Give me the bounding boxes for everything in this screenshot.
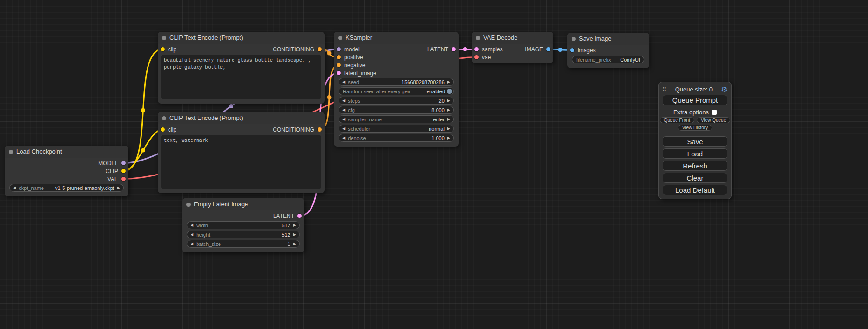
output-port-conditioning[interactable] [318,127,322,132]
widget-filename-prefix[interactable]: filename_prefix ComfyUI [572,56,644,63]
node-collapse-dot[interactable] [476,36,480,40]
widget-height[interactable]: ◀ height 512 ▶ [187,231,300,238]
increment-arrow-icon[interactable]: ▶ [293,224,296,227]
node-empty-latent-image[interactable]: Empty Latent Image LATENT ◀ width 512 ▶ … [182,198,304,252]
queue-menu-panel: ⠿ Queue size: 0 ⚙ Queue Prompt Extra opt… [658,82,732,199]
node-title-bar[interactable]: Save Image [567,33,649,45]
node-body: clip CONDITIONING text, watermark [158,124,325,193]
node-collapse-dot[interactable] [162,36,166,40]
node-collapse-dot[interactable] [338,36,342,40]
output-port-model[interactable] [121,161,126,165]
widget-label: Random seed after every gen [343,89,410,94]
output-slot-row: CLIP [5,167,128,175]
output-slot-row: VAE [5,175,128,183]
increment-arrow-icon[interactable]: ▶ [117,186,120,190]
load-default-button[interactable]: Load Default [663,185,727,195]
widget-seed[interactable]: ◀ seed 156680208700286 ▶ [339,78,454,86]
node-collapse-dot[interactable] [162,116,166,120]
output-port-image[interactable] [546,47,550,51]
node-ksampler[interactable]: KSampler model LATENT positive negative … [334,32,459,147]
input-port-samples[interactable] [474,47,479,51]
input-port-clip[interactable] [161,127,165,132]
node-title-bar[interactable]: CLIP Text Encode (Prompt) [158,32,325,44]
prompt-textarea[interactable]: text, watermark [161,135,321,189]
input-port-images[interactable] [570,48,574,52]
increment-arrow-icon[interactable]: ▶ [293,242,296,246]
clear-button[interactable]: Clear [663,173,727,183]
queue-front-button[interactable]: Queue Front [660,117,694,123]
queue-prompt-button[interactable]: Queue Prompt [663,95,727,105]
decrement-arrow-icon[interactable]: ◀ [342,99,345,103]
widget-steps[interactable]: ◀ steps 20 ▶ [339,97,454,105]
port-label: clip [168,126,176,133]
refresh-button[interactable]: Refresh [663,161,727,171]
extra-options-checkbox[interactable] [712,110,717,115]
input-port-negative[interactable] [337,63,341,67]
decrement-arrow-icon[interactable]: ◀ [342,118,345,121]
node-title-bar[interactable]: VAE Decode [472,32,553,44]
widget-label: seed [348,79,359,85]
node-load-checkpoint[interactable]: Load Checkpoint MODEL CLIP VAE ◀ ckpt_na… [5,146,128,196]
input-port-clip[interactable] [161,47,165,51]
output-port-latent[interactable] [452,47,456,51]
view-queue-button[interactable]: View Queue [697,117,730,123]
node-collapse-dot[interactable] [186,203,191,207]
widget-scheduler[interactable]: ◀ scheduler normal ▶ [339,125,454,133]
node-title-bar[interactable]: CLIP Text Encode (Prompt) [158,112,325,124]
widget-label: width [196,223,208,228]
increment-arrow-icon[interactable]: ▶ [447,99,450,103]
widget-sampler-name[interactable]: ◀ sampler_name euler ▶ [339,115,454,123]
decrement-arrow-icon[interactable]: ◀ [342,136,345,140]
decrement-arrow-icon[interactable]: ◀ [13,186,16,190]
prompt-textarea[interactable]: beautiful scenery nature glass bottle la… [161,55,321,99]
widget-batch-size[interactable]: ◀ batch_size 1 ▶ [187,240,300,248]
node-title-bar[interactable]: KSampler [334,32,459,44]
widget-value: 20 [360,98,444,104]
widget-width[interactable]: ◀ width 512 ▶ [187,221,300,229]
decrement-arrow-icon[interactable]: ◀ [342,80,345,84]
node-save-image[interactable]: Save Image images filename_prefix ComfyU… [567,33,649,68]
widget-control-after-generate[interactable]: Random seed after every gen enabled [339,87,454,95]
widget-ckpt-name[interactable]: ◀ ckpt_name v1-5-pruned-emaonly.ckpt ▶ [9,184,124,192]
decrement-arrow-icon[interactable]: ◀ [191,224,193,227]
node-collapse-dot[interactable] [9,150,13,154]
increment-arrow-icon[interactable]: ▶ [447,80,450,84]
node-title: Empty Latent Image [194,201,248,208]
node-clip-text-encode-negative[interactable]: CLIP Text Encode (Prompt) clip CONDITION… [158,112,325,193]
port-label: LATENT [273,213,294,219]
increment-arrow-icon[interactable]: ▶ [447,118,450,121]
output-port-clip[interactable] [121,169,126,173]
decrement-arrow-icon[interactable]: ◀ [342,127,345,131]
port-label: positive [344,54,363,61]
output-port-conditioning[interactable] [318,47,322,51]
input-port-positive[interactable] [337,55,341,59]
input-port-vae[interactable] [474,55,479,59]
node-collapse-dot[interactable] [572,37,576,41]
view-history-button[interactable]: View History [678,125,712,131]
node-clip-text-encode-positive[interactable]: CLIP Text Encode (Prompt) clip CONDITION… [158,32,325,104]
save-button[interactable]: Save [663,136,727,147]
node-title-bar[interactable]: Empty Latent Image [182,198,304,210]
load-button[interactable]: Load [663,148,727,159]
decrement-arrow-icon[interactable]: ◀ [191,233,193,237]
node-vae-decode[interactable]: VAE Decode samples IMAGE vae [472,32,553,63]
decrement-arrow-icon[interactable]: ◀ [342,108,345,112]
drag-handle-icon[interactable]: ⠿ [663,86,666,92]
widget-denoise[interactable]: ◀ denoise 1.000 ▶ [339,134,454,142]
toggle-knob-icon[interactable] [447,89,452,94]
node-title-bar[interactable]: Load Checkpoint [5,146,128,158]
input-port-model[interactable] [337,47,341,51]
widget-cfg[interactable]: ◀ cfg 8.000 ▶ [339,106,454,114]
increment-arrow-icon[interactable]: ▶ [447,136,450,140]
widget-label: denoise [348,135,366,141]
settings-gear-icon[interactable]: ⚙ [721,86,727,93]
output-port-latent[interactable] [297,214,302,218]
increment-arrow-icon[interactable]: ▶ [447,108,450,112]
output-port-vae[interactable] [121,177,126,181]
graph-canvas[interactable]: Load Checkpoint MODEL CLIP VAE ◀ ckpt_na… [0,0,868,329]
increment-arrow-icon[interactable]: ▶ [447,127,450,131]
input-port-latent-image[interactable] [337,71,341,75]
decrement-arrow-icon[interactable]: ◀ [191,242,193,246]
widget-value: 512 [210,232,290,238]
increment-arrow-icon[interactable]: ▶ [293,233,296,237]
